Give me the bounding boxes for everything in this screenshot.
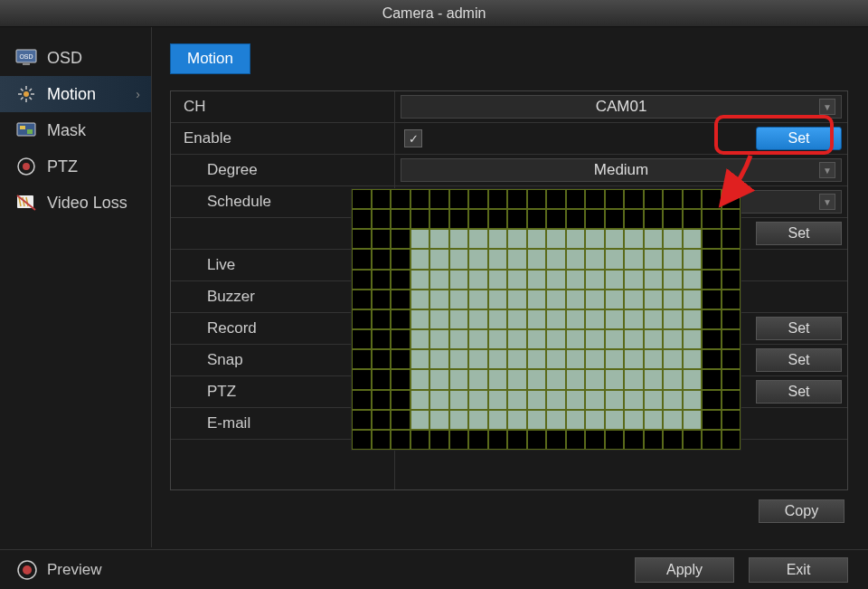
grid-cell[interactable]	[429, 390, 449, 410]
tab-motion[interactable]: Motion	[170, 43, 250, 74]
grid-cell[interactable]	[372, 329, 392, 349]
exit-button[interactable]: Exit	[749, 557, 848, 583]
grid-cell[interactable]	[585, 329, 605, 349]
grid-cell[interactable]	[585, 209, 605, 229]
grid-cell[interactable]	[372, 369, 392, 389]
grid-cell[interactable]	[410, 189, 430, 209]
grid-cell[interactable]	[507, 309, 527, 329]
grid-cell[interactable]	[663, 369, 683, 389]
grid-cell[interactable]	[722, 249, 741, 269]
grid-cell[interactable]	[624, 349, 644, 369]
grid-cell[interactable]	[507, 329, 527, 349]
grid-cell[interactable]	[683, 290, 703, 309]
grid-cell[interactable]	[410, 329, 430, 349]
grid-cell[interactable]	[566, 390, 586, 410]
grid-cell[interactable]	[468, 369, 488, 389]
grid-cell[interactable]	[352, 309, 372, 329]
grid-cell[interactable]	[449, 270, 469, 290]
grid-cell[interactable]	[663, 410, 683, 430]
grid-cell[interactable]	[566, 410, 586, 430]
grid-cell[interactable]	[527, 430, 547, 450]
grid-cell[interactable]	[722, 369, 741, 389]
sidebar-item-motion[interactable]: Motion ›	[0, 76, 151, 112]
grid-cell[interactable]	[468, 349, 488, 369]
grid-cell[interactable]	[605, 349, 625, 369]
grid-cell[interactable]	[683, 430, 703, 450]
grid-cell[interactable]	[644, 430, 664, 450]
grid-cell[interactable]	[507, 290, 527, 309]
grid-cell[interactable]	[722, 309, 741, 329]
grid-cell[interactable]	[663, 390, 683, 410]
grid-cell[interactable]	[722, 290, 741, 309]
grid-cell[interactable]	[624, 430, 644, 450]
grid-cell[interactable]	[468, 390, 488, 410]
grid-cell[interactable]	[468, 189, 488, 209]
grid-cell[interactable]	[546, 410, 566, 430]
grid-cell[interactable]	[644, 410, 664, 430]
grid-cell[interactable]	[507, 229, 527, 249]
grid-cell[interactable]	[546, 270, 566, 290]
grid-cell[interactable]	[527, 309, 547, 329]
grid-cell[interactable]	[644, 290, 664, 309]
grid-cell[interactable]	[585, 189, 605, 209]
grid-cell[interactable]	[683, 189, 703, 209]
grid-cell[interactable]	[410, 390, 430, 410]
grid-cell[interactable]	[546, 329, 566, 349]
motion-area-grid[interactable]	[351, 188, 741, 451]
grid-cell[interactable]	[644, 270, 664, 290]
grid-cell[interactable]	[663, 329, 683, 349]
grid-cell[interactable]	[429, 430, 449, 450]
grid-cell[interactable]	[352, 209, 372, 229]
grid-cell[interactable]	[683, 270, 703, 290]
sidebar-item-ptz[interactable]: PTZ	[0, 148, 151, 185]
grid-cell[interactable]	[722, 270, 741, 290]
grid-cell[interactable]	[566, 430, 586, 450]
apply-button[interactable]: Apply	[635, 557, 734, 583]
grid-cell[interactable]	[702, 309, 722, 329]
ch-dropdown[interactable]: CAM01 ▼	[401, 95, 842, 119]
grid-cell[interactable]	[546, 430, 566, 450]
grid-cell[interactable]	[410, 249, 430, 269]
grid-cell[interactable]	[702, 209, 722, 229]
grid-cell[interactable]	[566, 189, 586, 209]
grid-cell[interactable]	[352, 189, 372, 209]
grid-cell[interactable]	[410, 410, 430, 430]
grid-cell[interactable]	[683, 329, 703, 349]
grid-cell[interactable]	[663, 189, 683, 209]
grid-cell[interactable]	[449, 209, 469, 229]
grid-cell[interactable]	[468, 430, 488, 450]
grid-cell[interactable]	[702, 189, 722, 209]
grid-cell[interactable]	[605, 189, 625, 209]
grid-cell[interactable]	[624, 229, 644, 249]
grid-cell[interactable]	[546, 309, 566, 329]
grid-cell[interactable]	[683, 309, 703, 329]
grid-cell[interactable]	[585, 410, 605, 430]
grid-cell[interactable]	[468, 290, 488, 309]
sidebar-item-osd[interactable]: OSD OSD	[0, 40, 151, 76]
grid-cell[interactable]	[663, 349, 683, 369]
grid-cell[interactable]	[507, 189, 527, 209]
grid-cell[interactable]	[663, 430, 683, 450]
grid-cell[interactable]	[468, 229, 488, 249]
grid-cell[interactable]	[546, 349, 566, 369]
grid-cell[interactable]	[566, 229, 586, 249]
grid-cell[interactable]	[527, 249, 547, 269]
grid-cell[interactable]	[372, 390, 392, 410]
grid-cell[interactable]	[546, 229, 566, 249]
grid-cell[interactable]	[429, 270, 449, 290]
grid-cell[interactable]	[488, 209, 508, 229]
grid-cell[interactable]	[391, 249, 410, 269]
grid-cell[interactable]	[644, 349, 664, 369]
grid-cell[interactable]	[566, 270, 586, 290]
grid-cell[interactable]	[624, 329, 644, 349]
grid-cell[interactable]	[663, 309, 683, 329]
grid-cell[interactable]	[605, 249, 625, 269]
grid-cell[interactable]	[372, 410, 392, 430]
grid-cell[interactable]	[372, 349, 392, 369]
grid-cell[interactable]	[429, 329, 449, 349]
grid-cell[interactable]	[429, 189, 449, 209]
grid-cell[interactable]	[644, 369, 664, 389]
grid-cell[interactable]	[391, 410, 410, 430]
grid-cell[interactable]	[683, 369, 703, 389]
enable-checkbox[interactable]: ✓	[404, 129, 422, 147]
